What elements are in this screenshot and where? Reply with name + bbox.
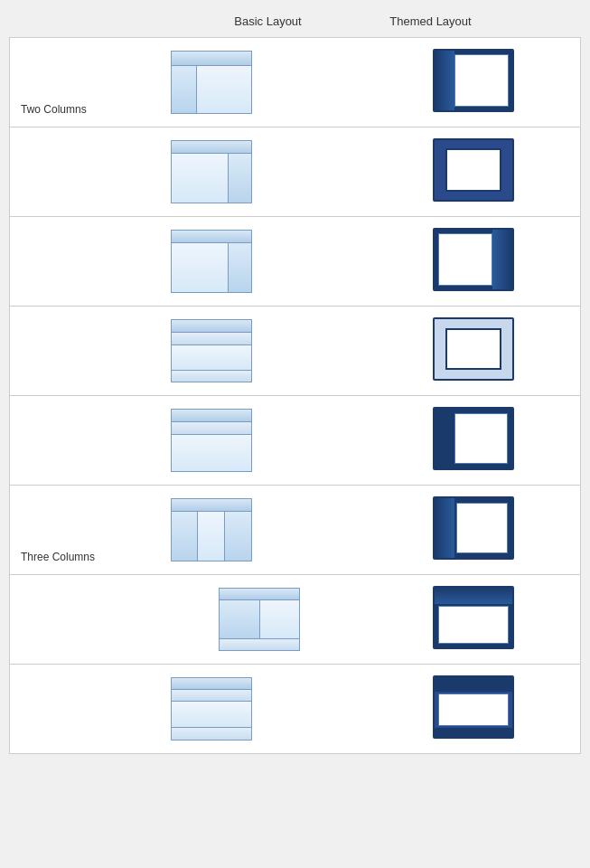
basic-footer-col-icon[interactable]	[219, 588, 300, 651]
left-col	[220, 600, 260, 638]
themed-center-icon[interactable]	[433, 138, 514, 202]
label-spacer	[79, 14, 187, 28]
main-area	[456, 503, 508, 553]
table-row	[10, 127, 581, 217]
top-bar	[220, 589, 299, 600]
themed-footer	[435, 677, 512, 737]
content-row	[172, 243, 251, 292]
basic-three-col-icon[interactable]	[171, 498, 252, 561]
dark-sidebar	[435, 51, 454, 110]
main-area	[172, 435, 251, 471]
themed-layout-cell[interactable]	[367, 486, 581, 575]
bottom-bar	[220, 638, 299, 650]
themed-two-col-r	[435, 230, 512, 289]
right-sidebar	[228, 243, 251, 292]
left-area	[172, 154, 228, 203]
basic-footer-rows-icon[interactable]	[171, 677, 252, 741]
inner-content	[438, 693, 509, 726]
table-row	[10, 307, 581, 396]
inner-box	[445, 328, 501, 370]
layout-table: Two Columns	[9, 37, 581, 754]
themed-bordered-icon[interactable]	[433, 317, 514, 381]
themed-three-col-icon[interactable]	[433, 496, 514, 560]
col1	[172, 512, 199, 561]
basic-two-col-icon[interactable]	[171, 51, 252, 114]
mid-bar	[172, 333, 251, 345]
themed-two-col-r-icon[interactable]	[433, 228, 514, 291]
row-label	[10, 307, 153, 396]
table-row	[10, 217, 581, 307]
content-area	[172, 66, 251, 113]
basic-layout-cell[interactable]	[153, 307, 367, 396]
themed-layout-cell[interactable]	[367, 575, 581, 665]
themed-layout-cell[interactable]	[367, 38, 581, 127]
themed-three-col	[435, 498, 512, 558]
themed-layout-cell[interactable]	[367, 127, 581, 217]
table-row	[10, 396, 581, 486]
basic-two-col-r-icon[interactable]	[171, 140, 252, 203]
main-area	[172, 243, 228, 292]
basic-layout-cell[interactable]	[153, 486, 367, 575]
row-label	[10, 217, 153, 307]
themed-layout-cell[interactable]	[367, 665, 581, 754]
basic-layout-cell[interactable]	[153, 38, 367, 127]
page: Basic Layout Themed Layout Two Columns	[0, 0, 590, 763]
top-dark-bar	[435, 588, 512, 604]
inner-box	[445, 148, 501, 192]
themed-two-col-sm-icon[interactable]	[433, 407, 514, 470]
main-area	[454, 413, 508, 464]
table-row	[10, 575, 581, 665]
top-bar	[172, 410, 251, 422]
row-label	[10, 575, 153, 665]
right-col	[260, 600, 300, 638]
dark-sidebar	[435, 498, 454, 558]
bottom-dark	[435, 728, 512, 737]
main-area	[454, 54, 509, 107]
main-area	[172, 345, 251, 371]
themed-top-bar-icon[interactable]	[433, 586, 514, 649]
right-sidebar	[228, 154, 251, 203]
themed-two-col-sm	[435, 409, 512, 468]
basic-three-rows-icon[interactable]	[171, 319, 252, 382]
col2	[198, 512, 225, 561]
themed-two-col-icon[interactable]	[433, 49, 514, 112]
themed-layout-cell[interactable]	[367, 396, 581, 486]
basic-layout-cell[interactable]	[153, 575, 367, 665]
mid-bar	[172, 422, 251, 435]
top-bar	[172, 231, 251, 243]
themed-top-bar	[435, 588, 512, 647]
mid-bar1	[172, 690, 251, 702]
table-row	[10, 665, 581, 754]
left-col	[172, 66, 197, 113]
inner-content	[438, 606, 509, 644]
table-row: Two Columns	[10, 38, 581, 127]
basic-layout-cell[interactable]	[153, 396, 367, 486]
basic-layout-header: Basic Layout	[187, 14, 350, 28]
table-row: Three Columns	[10, 486, 581, 575]
bottom-bar	[172, 728, 251, 740]
content-row	[172, 154, 251, 203]
basic-layout-cell[interactable]	[153, 665, 367, 754]
basic-layout-cell[interactable]	[153, 127, 367, 217]
row-label	[10, 396, 153, 486]
themed-layout-cell[interactable]	[367, 217, 581, 307]
row-label: Two Columns	[10, 38, 153, 127]
main-area	[172, 702, 251, 728]
dark-right-bar	[492, 230, 512, 289]
row-label	[10, 127, 153, 217]
basic-layout-cell[interactable]	[153, 217, 367, 307]
themed-layout-header: Themed Layout	[350, 14, 512, 28]
dark-sidebar	[435, 409, 453, 468]
themed-footer-icon[interactable]	[433, 675, 514, 739]
top-bar	[172, 141, 251, 154]
basic-header-rows-icon[interactable]	[171, 409, 252, 472]
top-bar	[172, 320, 251, 333]
themed-layout-cell[interactable]	[367, 307, 581, 396]
col3	[225, 512, 251, 561]
footer-layout	[220, 589, 299, 650]
header-bar	[172, 499, 251, 512]
row-label: Three Columns	[10, 486, 153, 575]
basic-two-col-r2-icon[interactable]	[171, 230, 252, 293]
top-bar	[172, 678, 251, 690]
mid-area	[220, 600, 299, 638]
